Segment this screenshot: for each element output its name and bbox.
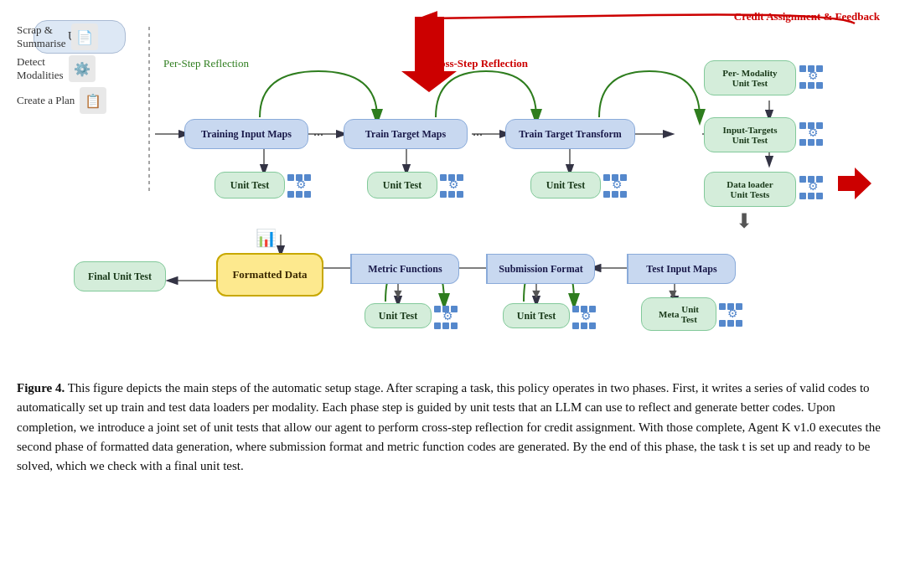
sidebar-item-plan: Create a Plan 📋 [17, 87, 106, 114]
box-train-target-transform: Train Target Transform [505, 119, 635, 149]
plan-icon: 📋 [80, 87, 106, 114]
box-training-input-maps: Training Input Maps [184, 119, 308, 149]
caption-text: This figure depicts the main steps of th… [17, 381, 881, 472]
box-unit-test-bottom-1: Unit Test [365, 303, 432, 328]
box-meta-unit-test: Meta UnitTest [641, 297, 716, 331]
box-test-input-maps: Test Input Maps [627, 254, 736, 284]
box-metric-functions: Metric Functions [350, 254, 459, 284]
box-unit-test-3: Unit Test [530, 172, 601, 199]
cross-step-label: Cross-Step Reflection [427, 57, 528, 70]
ellipsis-1: ··· [313, 128, 323, 143]
box-unit-test-2: Unit Test [367, 172, 437, 199]
sidebar-label-scrap: Scrap &Summarise [17, 23, 66, 49]
svg-marker-5 [401, 17, 457, 92]
down-arrow-dataloaer: ⬇ [736, 209, 752, 233]
sidebar-item-detect: DetectModalities ⚙️ [17, 55, 106, 82]
box-train-target-maps: Train Target Maps [344, 119, 468, 149]
per-step-label: Per-Step Reflection [163, 57, 249, 70]
gear-grid-2: ⚙ [440, 174, 463, 198]
credit-assignment-label: Credit Assignment & Feedback [734, 10, 880, 23]
box-per-modality: Per- ModalityUnit Test [704, 60, 796, 95]
gear-grid-right-1: ⚙ [799, 65, 823, 89]
sidebar-label-plan: Create a Plan [17, 94, 75, 107]
box-submission-format: Submission Format [486, 254, 595, 284]
detect-icon: ⚙️ [69, 55, 96, 82]
gear-grid-1: ⚙ [287, 174, 311, 198]
chevron-down-2: ▼ [530, 286, 543, 302]
diagram: URL Credit Assignment & Feedback Per-Ste… [17, 8, 888, 369]
box-input-targets: Input-TargetsUnit Test [704, 117, 796, 152]
figure-label: Figure 4. [17, 381, 65, 395]
gear-grid-b3: ⚙ [719, 303, 742, 327]
chevron-down-1: ▼ [391, 286, 405, 302]
box-final-unit-test: Final Unit Test [74, 261, 166, 291]
box-data-loader: Data loaderUnit Tests [704, 172, 796, 207]
gear-grid-right-2: ⚙ [799, 122, 823, 146]
box-formatted-data: Formatted Data [216, 253, 323, 297]
sidebar: Scrap &Summarise 📄 DetectModalities ⚙️ C… [17, 23, 106, 114]
box-unit-test-1: Unit Test [215, 172, 285, 199]
ellipsis-2: ··· [473, 128, 483, 143]
gear-grid-3: ⚙ [603, 174, 627, 198]
gear-grid-right-3: ⚙ [799, 176, 823, 199]
formatted-data-icon: 📊 [256, 228, 277, 248]
figure-caption: Figure 4. This figure depicts the main s… [17, 379, 888, 476]
box-unit-test-bottom-2: Unit Test [503, 303, 570, 328]
sidebar-label-detect: DetectModalities [17, 55, 64, 81]
chevron-down-3: ▼ [666, 286, 680, 302]
scrap-icon: 📄 [71, 23, 98, 50]
svg-marker-15 [838, 168, 871, 199]
gear-grid-b1: ⚙ [434, 306, 458, 329]
sidebar-item-scrap: Scrap &Summarise 📄 [17, 23, 106, 50]
gear-grid-b2: ⚙ [572, 306, 596, 329]
